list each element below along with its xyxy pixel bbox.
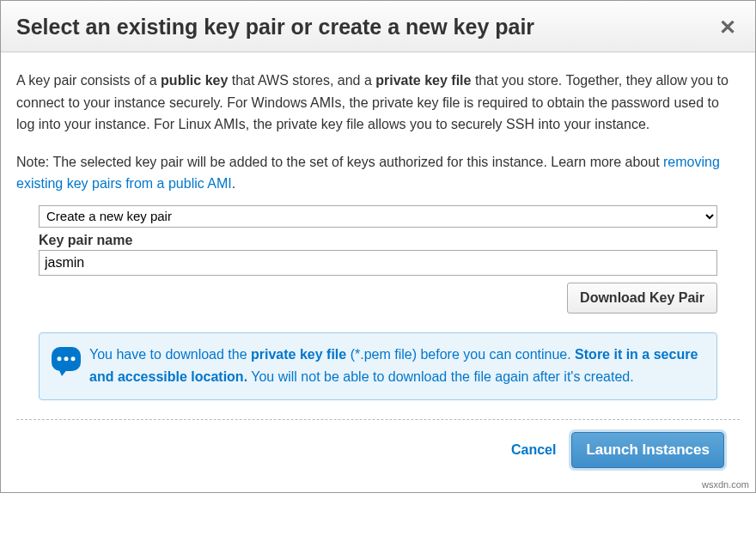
modal-header: Select an existing key pair or create a …: [1, 1, 755, 52]
alert-text: You have to download the private key fil…: [89, 344, 704, 387]
close-icon[interactable]: ✕: [716, 17, 740, 38]
note-paragraph: Note: The selected key pair will be adde…: [16, 151, 740, 195]
alert-t2: (*.pem file) before you can continue.: [346, 347, 575, 362]
note-t2: .: [232, 176, 235, 191]
alert-b1: private key file: [251, 347, 346, 362]
launch-instances-button[interactable]: Launch Instances: [571, 432, 724, 468]
form-section: Create a new key pair Key pair name Down…: [16, 205, 740, 400]
watermark: wsxdn.com: [702, 479, 749, 490]
note-t1: Note: The selected key pair will be adde…: [16, 155, 663, 169]
download-row: Download Key Pair: [39, 283, 717, 314]
modal-title: Select an existing key pair or create a …: [16, 15, 534, 40]
intro-b2: private key file: [375, 73, 471, 88]
alert-t1: You have to download the: [89, 347, 251, 362]
key-pair-option-select[interactable]: Create a new key pair: [39, 205, 717, 228]
download-key-pair-button[interactable]: Download Key Pair: [567, 283, 717, 314]
cancel-button[interactable]: Cancel: [511, 442, 556, 458]
modal-footer: Cancel Launch Instances: [16, 432, 740, 484]
intro-b1: public key: [161, 73, 228, 88]
alert-t3: You will not be able to download the fil…: [247, 369, 634, 384]
divider: [16, 419, 740, 420]
modal-body: A key pair consists of a public key that…: [1, 52, 755, 492]
info-alert: You have to download the private key fil…: [39, 332, 717, 400]
intro-t2: that AWS stores, and a: [228, 73, 375, 88]
intro-paragraph: A key pair consists of a public key that…: [16, 70, 740, 136]
chat-bubble-icon: [52, 347, 81, 371]
key-pair-name-label: Key pair name: [39, 233, 717, 248]
key-pair-modal: Select an existing key pair or create a …: [0, 0, 756, 493]
key-pair-name-input[interactable]: [39, 250, 717, 276]
intro-t1: A key pair consists of a: [16, 73, 161, 88]
